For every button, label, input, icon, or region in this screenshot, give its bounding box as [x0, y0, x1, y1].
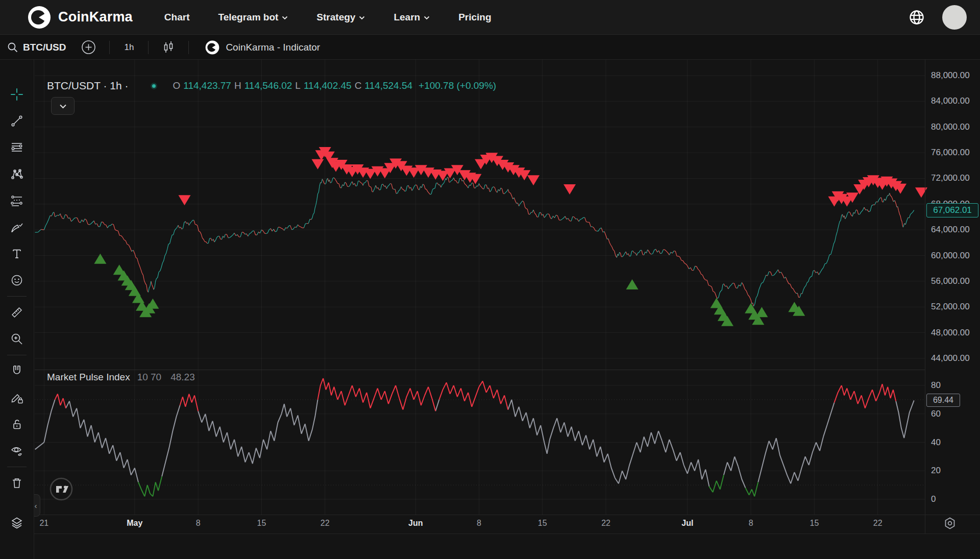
- trash-icon: [10, 476, 24, 490]
- crosshair-icon: [10, 87, 24, 102]
- long-position-icon: [10, 193, 24, 208]
- smiley-icon: [10, 273, 24, 287]
- chevron-down-icon: [359, 16, 365, 20]
- nav-item-chart[interactable]: Chart: [164, 12, 190, 23]
- chevron-down-icon: [59, 104, 67, 109]
- time-axis-label: 15: [810, 519, 819, 528]
- search-icon: [7, 42, 18, 53]
- mpi-title[interactable]: Market Pulse Index: [47, 372, 130, 383]
- layers-icon: [10, 516, 24, 530]
- toolbar-separator: [148, 41, 149, 54]
- time-axis-label: 15: [538, 519, 547, 528]
- nav-item-pricing[interactable]: Pricing: [458, 12, 491, 23]
- time-axis-label: 15: [257, 519, 266, 528]
- symbol-search-button[interactable]: BTC/USD: [7, 42, 66, 53]
- crosshair-tool-button[interactable]: [7, 84, 27, 105]
- candlestick-icon: [162, 40, 175, 55]
- user-avatar[interactable]: [942, 5, 967, 30]
- price-axis-label: 56,000.00: [931, 276, 970, 286]
- legend-symbol[interactable]: BTC/USDT · 1h ·: [47, 80, 128, 92]
- brand[interactable]: CoinKarma: [28, 6, 133, 29]
- text-tool-button[interactable]: [7, 244, 27, 264]
- mpi-last-value-tag: 69.44: [926, 394, 960, 407]
- interval-button[interactable]: 1h: [124, 42, 134, 53]
- time-axis-label: Jun: [408, 519, 423, 528]
- measure-tool-button[interactable]: [7, 302, 27, 323]
- indicator-label: CoinKarma - Indicator: [226, 42, 320, 53]
- plus-circle-icon: [81, 40, 96, 55]
- rail-divider: [7, 467, 27, 467]
- brand-name: CoinKarma: [58, 9, 133, 25]
- mpi-axis-label: 0: [931, 494, 936, 504]
- price-axis-label: 44,000.00: [931, 353, 970, 363]
- brush-tool-button[interactable]: [7, 217, 27, 237]
- zoom-in-tool-button[interactable]: [7, 329, 27, 349]
- tradingview-icon: [49, 477, 74, 501]
- settings-hex-icon: [943, 517, 957, 530]
- close-value: 114,524.54: [364, 80, 412, 91]
- mpi-axis-label: 20: [931, 466, 941, 476]
- time-axis-label: 8: [196, 519, 201, 528]
- fib-lines-icon: [10, 140, 24, 155]
- fib-retracement-tool-button[interactable]: [7, 137, 27, 158]
- mpi-legend: Market Pulse Index 10 70 48.23: [47, 372, 195, 383]
- magnet-mode-button[interactable]: [7, 361, 27, 381]
- drawing-mode-button[interactable]: [7, 387, 27, 408]
- time-axis-label: 22: [873, 519, 883, 528]
- time-axis-label: May: [127, 519, 142, 528]
- xabcd-pattern-icon: [10, 167, 24, 181]
- pencil-lock-icon: [10, 391, 24, 405]
- rail-divider: [7, 355, 27, 355]
- chart-style-button[interactable]: [162, 40, 175, 55]
- collapse-arrow: ‹: [35, 501, 37, 510]
- lock-drawings-button[interactable]: [7, 414, 27, 434]
- rail-divider: [7, 296, 27, 297]
- trend-line-tool-button[interactable]: [7, 111, 27, 131]
- symbol-label: BTC/USD: [23, 42, 66, 53]
- language-globe-icon[interactable]: [909, 9, 925, 26]
- chevron-down-icon: [282, 16, 288, 20]
- low-value: 114,402.45: [304, 80, 352, 91]
- mpi-current-value: 48.23: [170, 372, 195, 383]
- nav-right: [909, 5, 967, 30]
- legend-collapse-button[interactable]: [51, 97, 75, 115]
- price-axis-label: 52,000.00: [931, 302, 970, 312]
- hide-drawings-button[interactable]: [7, 441, 27, 461]
- mpi-axis-label: 60: [931, 409, 941, 419]
- time-axis-settings-button[interactable]: [943, 517, 957, 532]
- symbol-toolbar: BTC/USD 1h: [0, 35, 980, 60]
- time-axis-label: 21: [39, 519, 48, 528]
- tradingview-logo[interactable]: [49, 477, 74, 503]
- object-tree-button[interactable]: [7, 513, 27, 533]
- price-axis-label: 80,000.00: [931, 122, 970, 132]
- pattern-tool-button[interactable]: [7, 164, 27, 184]
- price-axis-label: 88,000.00: [931, 70, 970, 81]
- brush-icon: [10, 220, 24, 234]
- price-axis-label: 84,000.00: [931, 96, 970, 106]
- last-price-tag: 67,062.01: [926, 203, 978, 217]
- unlocked-padlock-icon: [10, 417, 24, 431]
- nav-links: Chart Telegram bot Strategy Learn Pricin…: [164, 12, 492, 23]
- time-axis-label: Jul: [681, 519, 693, 528]
- eye-icon: [10, 444, 24, 458]
- chevron-down-icon: [424, 16, 430, 20]
- nav-item-strategy[interactable]: Strategy: [316, 12, 365, 23]
- change-value: +100.78 (+0.09%): [419, 80, 496, 91]
- price-legend: BTC/USDT · 1h · O114,423.77 H114,546.02 …: [47, 80, 496, 92]
- price-axis-label: 72,000.00: [931, 173, 970, 183]
- open-value: 114,423.77: [183, 80, 231, 91]
- nav-item-telegram-bot[interactable]: Telegram bot: [218, 12, 288, 23]
- compare-add-button[interactable]: [81, 40, 96, 55]
- time-axis-label: 22: [601, 519, 610, 528]
- projection-tool-button[interactable]: [7, 190, 27, 211]
- interval-label: 1h: [124, 42, 134, 53]
- pane-divider[interactable]: [35, 370, 925, 370]
- indicator-button[interactable]: CoinKarma - Indicator: [205, 40, 320, 55]
- emoji-tool-button[interactable]: [7, 270, 27, 290]
- nav-item-learn[interactable]: Learn: [394, 12, 430, 23]
- drawing-tool-rail: [0, 60, 34, 559]
- market-status-dot-icon: [151, 83, 157, 89]
- ohlc-values: O114,423.77 H114,546.02 L114,402.45 C114…: [173, 80, 496, 91]
- remove-drawings-button[interactable]: [7, 473, 27, 493]
- text-icon: [10, 247, 24, 261]
